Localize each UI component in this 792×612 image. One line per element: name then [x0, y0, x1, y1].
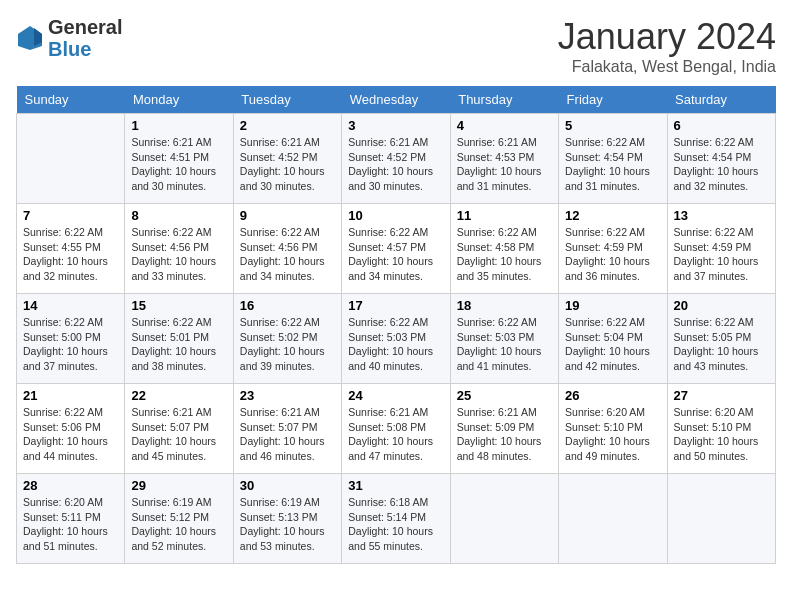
calendar-week-row: 21Sunrise: 6:22 AMSunset: 5:06 PMDayligh…: [17, 384, 776, 474]
cell-info: Sunrise: 6:19 AMSunset: 5:13 PMDaylight:…: [240, 495, 335, 554]
day-number: 25: [457, 388, 552, 403]
calendar-cell: 29Sunrise: 6:19 AMSunset: 5:12 PMDayligh…: [125, 474, 233, 564]
col-header-wednesday: Wednesday: [342, 86, 450, 114]
day-number: 1: [131, 118, 226, 133]
cell-info: Sunrise: 6:22 AMSunset: 5:01 PMDaylight:…: [131, 315, 226, 374]
day-number: 28: [23, 478, 118, 493]
day-number: 14: [23, 298, 118, 313]
calendar-cell: 9Sunrise: 6:22 AMSunset: 4:56 PMDaylight…: [233, 204, 341, 294]
calendar-cell: 28Sunrise: 6:20 AMSunset: 5:11 PMDayligh…: [17, 474, 125, 564]
cell-info: Sunrise: 6:20 AMSunset: 5:10 PMDaylight:…: [674, 405, 769, 464]
calendar-cell: 21Sunrise: 6:22 AMSunset: 5:06 PMDayligh…: [17, 384, 125, 474]
calendar-cell: [559, 474, 667, 564]
day-number: 6: [674, 118, 769, 133]
cell-info: Sunrise: 6:22 AMSunset: 5:00 PMDaylight:…: [23, 315, 118, 374]
calendar-cell: [450, 474, 558, 564]
logo: General Blue: [16, 16, 122, 60]
day-number: 7: [23, 208, 118, 223]
day-number: 2: [240, 118, 335, 133]
cell-info: Sunrise: 6:21 AMSunset: 5:07 PMDaylight:…: [240, 405, 335, 464]
cell-info: Sunrise: 6:22 AMSunset: 4:58 PMDaylight:…: [457, 225, 552, 284]
calendar-cell: 23Sunrise: 6:21 AMSunset: 5:07 PMDayligh…: [233, 384, 341, 474]
day-number: 30: [240, 478, 335, 493]
calendar-cell: 5Sunrise: 6:22 AMSunset: 4:54 PMDaylight…: [559, 114, 667, 204]
cell-info: Sunrise: 6:22 AMSunset: 4:56 PMDaylight:…: [131, 225, 226, 284]
calendar-cell: 18Sunrise: 6:22 AMSunset: 5:03 PMDayligh…: [450, 294, 558, 384]
cell-info: Sunrise: 6:22 AMSunset: 4:54 PMDaylight:…: [565, 135, 660, 194]
calendar-cell: 19Sunrise: 6:22 AMSunset: 5:04 PMDayligh…: [559, 294, 667, 384]
calendar-cell: 15Sunrise: 6:22 AMSunset: 5:01 PMDayligh…: [125, 294, 233, 384]
calendar-cell: 17Sunrise: 6:22 AMSunset: 5:03 PMDayligh…: [342, 294, 450, 384]
calendar-cell: 10Sunrise: 6:22 AMSunset: 4:57 PMDayligh…: [342, 204, 450, 294]
day-number: 21: [23, 388, 118, 403]
calendar-week-row: 14Sunrise: 6:22 AMSunset: 5:00 PMDayligh…: [17, 294, 776, 384]
calendar-cell: 7Sunrise: 6:22 AMSunset: 4:55 PMDaylight…: [17, 204, 125, 294]
col-header-saturday: Saturday: [667, 86, 775, 114]
day-number: 31: [348, 478, 443, 493]
cell-info: Sunrise: 6:20 AMSunset: 5:10 PMDaylight:…: [565, 405, 660, 464]
calendar-week-row: 28Sunrise: 6:20 AMSunset: 5:11 PMDayligh…: [17, 474, 776, 564]
day-number: 4: [457, 118, 552, 133]
cell-info: Sunrise: 6:22 AMSunset: 5:06 PMDaylight:…: [23, 405, 118, 464]
calendar-cell: 20Sunrise: 6:22 AMSunset: 5:05 PMDayligh…: [667, 294, 775, 384]
day-number: 20: [674, 298, 769, 313]
day-number: 16: [240, 298, 335, 313]
cell-info: Sunrise: 6:22 AMSunset: 5:02 PMDaylight:…: [240, 315, 335, 374]
day-number: 29: [131, 478, 226, 493]
day-number: 27: [674, 388, 769, 403]
calendar-table: SundayMondayTuesdayWednesdayThursdayFrid…: [16, 86, 776, 564]
cell-info: Sunrise: 6:20 AMSunset: 5:11 PMDaylight:…: [23, 495, 118, 554]
calendar-cell: 22Sunrise: 6:21 AMSunset: 5:07 PMDayligh…: [125, 384, 233, 474]
calendar-cell: 6Sunrise: 6:22 AMSunset: 4:54 PMDaylight…: [667, 114, 775, 204]
cell-info: Sunrise: 6:18 AMSunset: 5:14 PMDaylight:…: [348, 495, 443, 554]
cell-info: Sunrise: 6:22 AMSunset: 4:54 PMDaylight:…: [674, 135, 769, 194]
day-number: 13: [674, 208, 769, 223]
calendar-cell: 27Sunrise: 6:20 AMSunset: 5:10 PMDayligh…: [667, 384, 775, 474]
day-number: 9: [240, 208, 335, 223]
calendar-cell: 25Sunrise: 6:21 AMSunset: 5:09 PMDayligh…: [450, 384, 558, 474]
page-header: General Blue January 2024 Falakata, West…: [16, 16, 776, 76]
calendar-cell: 26Sunrise: 6:20 AMSunset: 5:10 PMDayligh…: [559, 384, 667, 474]
calendar-cell: 14Sunrise: 6:22 AMSunset: 5:00 PMDayligh…: [17, 294, 125, 384]
calendar-cell: 1Sunrise: 6:21 AMSunset: 4:51 PMDaylight…: [125, 114, 233, 204]
day-number: 26: [565, 388, 660, 403]
col-header-thursday: Thursday: [450, 86, 558, 114]
cell-info: Sunrise: 6:22 AMSunset: 5:05 PMDaylight:…: [674, 315, 769, 374]
calendar-week-row: 7Sunrise: 6:22 AMSunset: 4:55 PMDaylight…: [17, 204, 776, 294]
cell-info: Sunrise: 6:22 AMSunset: 4:55 PMDaylight:…: [23, 225, 118, 284]
day-number: 22: [131, 388, 226, 403]
calendar-cell: 12Sunrise: 6:22 AMSunset: 4:59 PMDayligh…: [559, 204, 667, 294]
col-header-tuesday: Tuesday: [233, 86, 341, 114]
day-number: 11: [457, 208, 552, 223]
calendar-header-row: SundayMondayTuesdayWednesdayThursdayFrid…: [17, 86, 776, 114]
cell-info: Sunrise: 6:22 AMSunset: 4:59 PMDaylight:…: [674, 225, 769, 284]
cell-info: Sunrise: 6:21 AMSunset: 4:51 PMDaylight:…: [131, 135, 226, 194]
logo-general-text: General: [48, 16, 122, 38]
day-number: 8: [131, 208, 226, 223]
calendar-week-row: 1Sunrise: 6:21 AMSunset: 4:51 PMDaylight…: [17, 114, 776, 204]
day-number: 17: [348, 298, 443, 313]
calendar-cell: [17, 114, 125, 204]
calendar-cell: 13Sunrise: 6:22 AMSunset: 4:59 PMDayligh…: [667, 204, 775, 294]
cell-info: Sunrise: 6:21 AMSunset: 4:53 PMDaylight:…: [457, 135, 552, 194]
logo-icon: [16, 24, 44, 52]
col-header-sunday: Sunday: [17, 86, 125, 114]
calendar-cell: 4Sunrise: 6:21 AMSunset: 4:53 PMDaylight…: [450, 114, 558, 204]
cell-info: Sunrise: 6:22 AMSunset: 4:57 PMDaylight:…: [348, 225, 443, 284]
calendar-cell: 31Sunrise: 6:18 AMSunset: 5:14 PMDayligh…: [342, 474, 450, 564]
cell-info: Sunrise: 6:21 AMSunset: 4:52 PMDaylight:…: [348, 135, 443, 194]
calendar-cell: 3Sunrise: 6:21 AMSunset: 4:52 PMDaylight…: [342, 114, 450, 204]
day-number: 5: [565, 118, 660, 133]
location: Falakata, West Bengal, India: [558, 58, 776, 76]
month-title: January 2024: [558, 16, 776, 58]
calendar-cell: 11Sunrise: 6:22 AMSunset: 4:58 PMDayligh…: [450, 204, 558, 294]
cell-info: Sunrise: 6:21 AMSunset: 5:08 PMDaylight:…: [348, 405, 443, 464]
day-number: 15: [131, 298, 226, 313]
calendar-cell: 8Sunrise: 6:22 AMSunset: 4:56 PMDaylight…: [125, 204, 233, 294]
cell-info: Sunrise: 6:21 AMSunset: 5:07 PMDaylight:…: [131, 405, 226, 464]
calendar-cell: [667, 474, 775, 564]
cell-info: Sunrise: 6:22 AMSunset: 4:56 PMDaylight:…: [240, 225, 335, 284]
col-header-friday: Friday: [559, 86, 667, 114]
cell-info: Sunrise: 6:21 AMSunset: 5:09 PMDaylight:…: [457, 405, 552, 464]
day-number: 23: [240, 388, 335, 403]
